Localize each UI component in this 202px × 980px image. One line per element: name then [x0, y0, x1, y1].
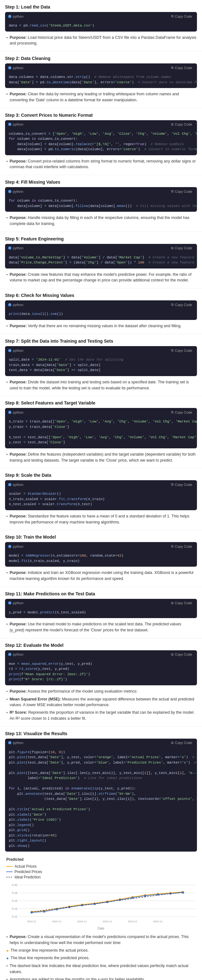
- step5-bullet-1: • Purpose: Create new features that may …: [6, 272, 197, 284]
- step5-lang: python: [8, 246, 23, 250]
- step2-bullets: • Purpose: Clean the data by removing an…: [5, 91, 197, 103]
- step3-section: Step 3: Convert Prices to Numeric Format…: [0, 108, 202, 175]
- step13-lang: python: [8, 741, 23, 745]
- python-dot: [8, 15, 11, 18]
- legend-predicted: Predicted Prices: [6, 870, 196, 874]
- step6-code-content: print(data.isnull().sum()): [5, 309, 197, 320]
- step4-section: Step 4: Fill Missing Values python ⧉ Cop…: [0, 175, 202, 232]
- copy-icon12: ⧉: [171, 652, 173, 657]
- legend-actual: Actual Prices: [6, 864, 196, 869]
- step3-copy-button[interactable]: ⧉ Copy Code: [170, 122, 194, 127]
- svg-rect-35: [107, 901, 108, 903]
- copy-icon3: ⧉: [171, 123, 173, 127]
- step11-code-block: python ⧉ Copy Code y_pred = model.predic…: [5, 599, 197, 619]
- step11-copy-button[interactable]: ⧉ Copy Code: [170, 600, 194, 606]
- copy-icon7: ⧉: [171, 348, 173, 352]
- step12-code-header: python ⧉ Copy Code: [5, 650, 197, 659]
- python-dot4: [8, 190, 11, 193]
- step10-bullets: • Purpose: Initialize and train an XGBoo…: [5, 570, 197, 582]
- step13-bullet-4: • The dashed black line indicates the id…: [6, 963, 197, 975]
- step3-title: Step 3: Convert Prices to Numeric Format: [5, 113, 197, 118]
- step9-code-block: python ⧉ Copy Code scaler = StandardScal…: [5, 480, 197, 510]
- svg-text:2024-11: 2024-11: [27, 920, 36, 923]
- step12-code-block: python ⧉ Copy Code mse = mean_squared_er…: [5, 650, 197, 685]
- actual-label: Actual Prices: [14, 864, 37, 869]
- step8-code-content: X_train = train_data[['Open', 'High', 'L…: [5, 417, 197, 449]
- step11-bullet-1: • Purpose: Use the trained model to make…: [6, 621, 197, 633]
- step13-code-block: python ⧉ Copy Code plt.figure(figsize=(1…: [5, 739, 197, 852]
- step12-code-content: mse = mean_squared_error(y_test, y_pred)…: [5, 659, 197, 685]
- svg-text:2024-11: 2024-11: [52, 920, 62, 923]
- copy-icon9: ⧉: [171, 482, 173, 487]
- copy-icon5: ⧉: [171, 246, 173, 250]
- step11-bullets: • Purpose: Use the trained model to make…: [5, 621, 197, 633]
- step8-title: Step 8: Select Features and Target Varia…: [5, 400, 197, 406]
- step4-bullets: • Purpose: Handle missing data by fillin…: [5, 215, 197, 227]
- step4-code-content: for column in columns_to_convert: data[c…: [5, 196, 197, 212]
- step13-code-content: plt.figure(figsize=(10, 6)) plt.plot(tes…: [5, 747, 197, 852]
- step12-section: Step 12: Evaluate the Model python ⧉ Cop…: [0, 638, 202, 727]
- copy-icon2: ⧉: [171, 66, 173, 70]
- python-dot11: [8, 601, 11, 605]
- ideal-label: Ideal Prediction: [14, 875, 41, 879]
- step8-code-header: python ⧉ Copy Code: [5, 408, 197, 417]
- step12-title: Step 12: Evaluate the Model: [5, 643, 197, 648]
- step12-bullet-3: • R² Score: Represents the proportion of…: [6, 710, 197, 722]
- step5-bullets: • Purpose: Create new features that may …: [5, 272, 197, 284]
- svg-rect-38: [144, 895, 146, 897]
- step9-section: Step 9: Scale the Data python ⧉ Copy Cod…: [0, 468, 202, 530]
- step8-bullet-1: • Purpose: Define the features (independ…: [6, 452, 197, 463]
- step9-copy-button[interactable]: ⧉ Copy Code: [170, 482, 194, 487]
- step9-code-header: python ⧉ Copy Code: [5, 480, 197, 489]
- step7-copy-button[interactable]: ⧉ Copy Code: [170, 348, 194, 353]
- step10-lang: python: [8, 544, 23, 548]
- step7-code-content: split_date = '2024-11-01' # Set the date…: [5, 355, 197, 376]
- step12-bullet-1: • Purpose: Assess the performance of the…: [6, 689, 197, 695]
- step11-lang: python: [8, 601, 23, 605]
- step5-copy-button[interactable]: ⧉ Copy Code: [170, 245, 194, 251]
- step2-code-block: python ⧉ Copy Code data.columns = data.c…: [5, 64, 197, 88]
- python-dot6: [8, 303, 11, 306]
- python-dot10: [8, 545, 11, 548]
- step4-copy-button[interactable]: ⧉ Copy Code: [170, 189, 194, 194]
- step10-code-header: python ⧉ Copy Code: [5, 542, 197, 550]
- copy-icon8: ⧉: [171, 410, 173, 414]
- python-dot9: [8, 483, 11, 486]
- svg-rect-41: [182, 892, 184, 894]
- step3-code-content: columns_to_convert = ['Open', 'High', 'L…: [5, 129, 197, 155]
- python-dot3: [8, 123, 11, 126]
- step1-code-content: data = pd.read_csv('Steem_USDT_data.csv'…: [5, 21, 197, 32]
- step12-lang: python: [8, 652, 23, 656]
- step13-bullet-1: • Purpose: Create a visual representatio…: [6, 934, 197, 946]
- python-dot13: [8, 741, 11, 744]
- step2-title: Step 2: Data Cleaning: [5, 56, 197, 61]
- svg-text:0.12: 0.12: [12, 915, 17, 918]
- step13-copy-button[interactable]: ⧉ Copy Code: [170, 740, 194, 746]
- predicted-line-icon: [6, 872, 13, 872]
- step5-code-header: python ⧉ Copy Code: [5, 244, 197, 252]
- step7-lang: python: [8, 348, 23, 352]
- step6-copy-button[interactable]: ⧉ Copy Code: [170, 302, 194, 307]
- copy-icon13: ⧉: [171, 741, 173, 745]
- step3-lang: python: [8, 123, 23, 126]
- step11-title: Step 11: Make Predictions on the Test Da…: [5, 591, 197, 596]
- step2-copy-button[interactable]: ⧉ Copy Code: [170, 65, 194, 70]
- step11-code-content: y_pred = model.predict(X_test_scaled): [5, 608, 197, 619]
- step3-bullet-1: • Purpose: Convert price-related columns…: [6, 158, 197, 170]
- step1-copy-button[interactable]: ⧉ Copy Code: [170, 14, 194, 19]
- step11-section: Step 11: Make Predictions on the Test Da…: [0, 587, 202, 638]
- step1-code-block: python ⧉ Copy Code data = pd.read_csv('S…: [5, 12, 197, 32]
- step6-code-header: python ⧉ Copy Code: [5, 301, 197, 309]
- step12-bullets: • Purpose: Assess the performance of the…: [5, 689, 197, 722]
- step7-bullet-1: • Purpose: Divide the dataset into train…: [6, 379, 197, 391]
- step6-code-block: python ⧉ Copy Code print(data.isnull().s…: [5, 301, 197, 320]
- step13-section: Step 13: Visualize the Results python ⧉ …: [0, 727, 202, 980]
- step8-copy-button[interactable]: ⧉ Copy Code: [170, 410, 194, 415]
- step13-bullets: • Purpose: Create a visual representatio…: [5, 934, 197, 980]
- step10-copy-button[interactable]: ⧉ Copy Code: [170, 544, 194, 549]
- svg-text:2024-12: 2024-12: [153, 920, 162, 923]
- python-dot8: [8, 411, 11, 414]
- python-dot5: [8, 247, 11, 250]
- step7-section: Step 7: Split the Data into Training and…: [0, 334, 202, 396]
- step12-copy-button[interactable]: ⧉ Copy Code: [170, 652, 194, 657]
